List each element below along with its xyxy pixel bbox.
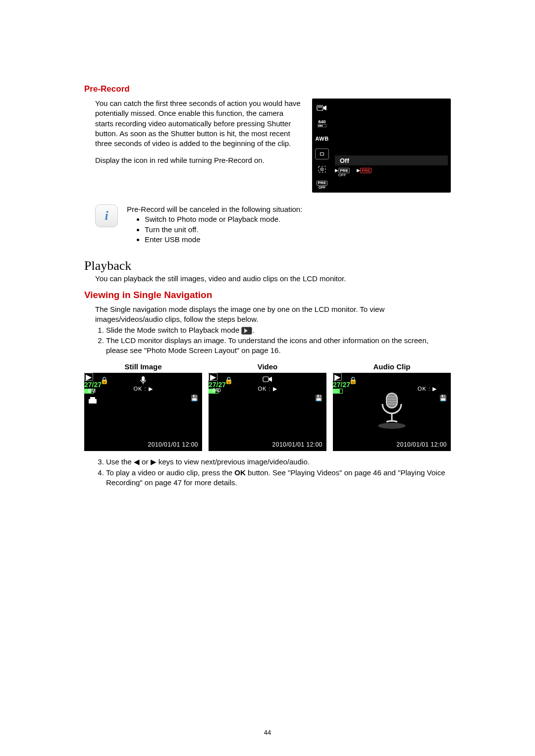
thumb-video-title: Video [209,362,326,371]
thumbnails: Still Image ▶ 🔒 27/27 OK : ▶ 💾 8M 2010/0… [84,362,451,451]
playback-heading: Playback [84,258,451,273]
card-icon: 💾 [191,395,198,402]
viewing-steps-1-2: Slide the Mode switch to Playback mode .… [84,325,451,356]
playback-mode-icon [241,327,252,335]
voice-memo-icon [139,376,147,386]
thumb-still: ▶ 🔒 27/27 OK : ▶ 💾 8M 2010/01/01 12:00 [84,373,202,451]
note-b1: Switch to Photo mode or Playback mode. [145,214,302,224]
svg-point-9 [321,169,322,170]
playback-icon: ▶ [209,373,217,381]
size-8m-icon: 8M [88,388,96,394]
step-4: To play a video or audio clip, press the… [106,468,451,488]
playback-icon: ▶ [84,373,93,381]
note-body: Pre-Record will be canceled in the follo… [127,204,302,245]
pre-option-off: ▶PRE OFF [335,168,350,177]
prerecord-off-icon: PRE OFF [315,179,329,190]
microphone-icon [374,391,409,433]
battery-icon [333,389,343,394]
metering-icon [315,149,329,159]
lock-icon: 🔒 [349,376,357,384]
prerecord-heading: Pre-Record [84,84,451,94]
af-track-icon [315,164,329,175]
svg-rect-5 [320,125,321,126]
ok-hint: OK : ▶ [133,386,153,392]
video-camera-icon [315,102,329,113]
page: Pre-Record You can catch the first three… [0,0,535,756]
svg-point-2 [321,106,322,108]
thumb-still-title: Still Image [84,362,202,371]
right-arrow-icon: ▶ [151,457,157,466]
datetime: 2010/01/01 12:00 [397,441,447,448]
svg-rect-14 [263,377,268,382]
viewing-heading: Viewing in Single Navigation [84,290,451,301]
lock-icon: 🔒 [100,376,108,384]
prerecord-para1: You can catch the first three seconds of… [95,99,302,149]
note-b3: Enter USB mode [145,235,302,245]
playback-intro: You can playback the still images, video… [84,274,451,283]
prerecord-note: i Pre-Record will be canceled in the fol… [84,204,451,245]
note-lead: Pre-Record will be canceled in the follo… [127,204,302,214]
info-icon: i [95,204,118,227]
left-arrow-icon: ◀ [134,457,140,466]
step-3: Use the ◀ or ▶ keys to view next/previou… [106,457,451,467]
lock-icon: 🔒 [224,376,233,384]
svg-point-1 [319,106,320,108]
datetime: 2010/01/01 12:00 [272,441,322,448]
svg-rect-6 [321,125,322,126]
datetime: 2010/01/01 12:00 [148,441,198,448]
card-icon: 💾 [439,395,447,402]
card-icon: 💾 [315,395,322,402]
resolution-640-icon: 640 [315,118,329,129]
ok-hint: OK : ▶ [418,386,437,392]
svg-rect-13 [90,397,95,400]
size-640-icon: 640 [213,388,221,393]
prerecord-para2: Display the icon in red while turning Pr… [95,155,302,165]
thumb-still-col: Still Image ▶ 🔒 27/27 OK : ▶ 💾 8M 2010/0… [84,362,202,451]
video-camera-icon [263,376,272,384]
lcd-off-bar: Off [335,155,448,165]
ok-hint: OK : ▶ [258,386,277,392]
pre-option-on: ▶PRE [357,168,372,177]
note-b2: Turn the unit off. [145,225,302,235]
prerecord-text: You can catch the first three seconds of… [84,99,302,193]
step-1: Slide the Mode switch to Playback mode . [106,325,451,335]
prerecord-lcd: 640 AWB PRE OFF Off ▶PRE OF [312,99,451,193]
thumb-audio-title: Audio Clip [333,362,451,371]
lcd-left-icons: 640 AWB PRE OFF [315,102,329,190]
thumb-audio-col: Audio Clip ▶ 🔒 27/27 OK : ▶ 💾 [333,362,451,451]
viewing-steps-3-4: Use the ◀ or ▶ keys to view next/previou… [84,457,451,488]
svg-rect-0 [317,105,323,110]
thumb-video-col: Video ▶ 🔒 27/27 OK : ▶ 💾 640 2010/01/01 … [209,362,326,451]
svg-rect-16 [386,393,397,408]
viewing-p1: The Single navigation mode displays the … [84,304,451,325]
lcd-pre-options: ▶PRE OFF ▶PRE [335,168,372,177]
prerecord-row: You can catch the first three seconds of… [84,99,451,193]
playback-icon: ▶ [333,373,342,381]
awb-icon: AWB [315,133,329,144]
page-number: 44 [0,729,535,736]
dpof-icon [88,397,97,406]
step-2: The LCD monitor displays an image. To un… [106,336,451,356]
svg-rect-4 [319,125,320,126]
svg-rect-10 [142,376,145,381]
thumb-video: ▶ 🔒 27/27 OK : ▶ 💾 640 2010/01/01 12:00 [209,373,326,451]
svg-rect-12 [89,399,97,403]
thumb-audio: ▶ 🔒 27/27 OK : ▶ 💾 2010/01/01 1 [333,373,451,451]
svg-point-15 [378,423,406,429]
